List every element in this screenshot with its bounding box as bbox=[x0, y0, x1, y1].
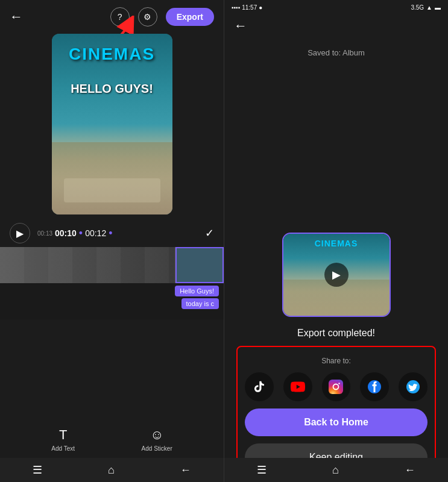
export-completed-text: Export completed! bbox=[297, 328, 375, 339]
time-display: 00:13 00:10 • 00:12 • bbox=[37, 227, 198, 240]
status-time: 11:57 bbox=[242, 4, 257, 11]
settings-icon[interactable]: ⚙ bbox=[138, 7, 157, 27]
video-thumbnail[interactable]: CINEMAS ▶ bbox=[282, 233, 391, 317]
left-nav-bar: ☰ ⌂ ← bbox=[0, 458, 224, 482]
instagram-icon bbox=[329, 380, 343, 394]
left-panel: ← ? ⚙ Export CINEMAS HELLO GUYS! ▶ bbox=[0, 0, 224, 482]
playback-bar: ▶ 00:13 00:10 • 00:12 • ✓ bbox=[0, 219, 224, 247]
timeline-active-clip[interactable] bbox=[175, 247, 224, 283]
add-sticker-icon: ☺ bbox=[150, 427, 163, 443]
wifi-icon: ▲ bbox=[426, 4, 432, 11]
timeline-clip-1 bbox=[0, 247, 175, 283]
add-text-icon: T bbox=[59, 427, 67, 443]
timeline-strip[interactable] bbox=[0, 247, 224, 283]
nav-home-icon[interactable]: ⌂ bbox=[108, 464, 115, 477]
svg-point-3 bbox=[339, 383, 340, 384]
tiktok-share-button[interactable] bbox=[245, 372, 274, 401]
bottom-toolbar: T Add Text ☺ Add Sticker bbox=[0, 421, 224, 458]
youtube-share-button[interactable] bbox=[283, 372, 312, 401]
thumb-cinemas-text: CINEMAS bbox=[286, 239, 386, 248]
location-dot: ● bbox=[259, 4, 262, 11]
add-sticker-label: Add Sticker bbox=[142, 445, 172, 452]
add-sticker-tool[interactable]: ☺ Add Sticker bbox=[142, 427, 172, 452]
signal-bars: ▪▪▪▪ bbox=[232, 4, 240, 11]
facebook-icon bbox=[367, 380, 382, 394]
saved-label: Saved to: Album bbox=[308, 48, 365, 227]
status-bar: ▪▪▪▪ 11:57 ● 3.5G ▲ ▬ bbox=[224, 0, 448, 14]
hello-guys-text: HELLO GUYS! bbox=[52, 82, 172, 96]
back-arrow-right[interactable]: ← bbox=[234, 18, 247, 34]
time-current: 00:10 bbox=[55, 228, 77, 238]
time-right: 00:12 bbox=[85, 228, 106, 238]
play-button[interactable]: ▶ bbox=[10, 223, 30, 243]
cinemas-text: CINEMAS bbox=[58, 45, 166, 64]
text-clip-hello[interactable]: Hello Guys! bbox=[175, 286, 219, 296]
twitter-icon bbox=[406, 380, 420, 394]
tiktok-icon bbox=[253, 380, 266, 393]
export-button[interactable]: Export bbox=[166, 8, 214, 26]
instagram-share-button[interactable] bbox=[322, 372, 351, 401]
play-overlay-icon[interactable]: ▶ bbox=[324, 263, 349, 287]
social-icons-row bbox=[245, 372, 427, 401]
right-nav-back-icon[interactable]: ← bbox=[405, 464, 415, 477]
text-clip-today[interactable]: today is c bbox=[181, 298, 219, 309]
battery-icon: ▬ bbox=[435, 4, 441, 11]
time-start: 00:13 bbox=[37, 230, 52, 237]
add-text-label: Add Text bbox=[51, 445, 75, 452]
facebook-share-button[interactable] bbox=[360, 372, 389, 401]
video-preview: CINEMAS HELLO GUYS! bbox=[52, 34, 172, 214]
svg-rect-1 bbox=[329, 380, 343, 394]
nav-back-icon[interactable]: ← bbox=[180, 464, 191, 477]
right-content: Saved to: Album CINEMAS ▶ Export complet… bbox=[224, 48, 448, 482]
network-type: 3.5G bbox=[411, 4, 424, 11]
right-nav-home-icon[interactable]: ⌂ bbox=[332, 464, 339, 477]
back-arrow-left[interactable]: ← bbox=[10, 9, 23, 25]
time-dot2: • bbox=[109, 227, 112, 240]
status-left: ▪▪▪▪ 11:57 ● bbox=[232, 4, 262, 11]
time-dot: • bbox=[79, 227, 83, 240]
checkmark-icon[interactable]: ✓ bbox=[205, 227, 214, 240]
text-clips-area: Hello Guys! today is c bbox=[0, 283, 224, 319]
right-panel: ▪▪▪▪ 11:57 ● 3.5G ▲ ▬ ← Saved to: Album … bbox=[224, 0, 448, 482]
back-to-home-button[interactable]: Back to Home bbox=[245, 408, 427, 436]
youtube-icon bbox=[291, 380, 305, 394]
twitter-share-button[interactable] bbox=[399, 372, 427, 401]
right-nav-menu-icon[interactable]: ☰ bbox=[257, 463, 267, 477]
right-nav-bar: ☰ ⌂ ← bbox=[224, 458, 448, 482]
status-right: 3.5G ▲ ▬ bbox=[411, 4, 441, 11]
share-label: Share to: bbox=[245, 357, 427, 365]
nav-menu-icon[interactable]: ☰ bbox=[33, 463, 42, 477]
video-bg: CINEMAS HELLO GUYS! bbox=[52, 34, 172, 214]
add-text-tool[interactable]: T Add Text bbox=[51, 427, 75, 452]
